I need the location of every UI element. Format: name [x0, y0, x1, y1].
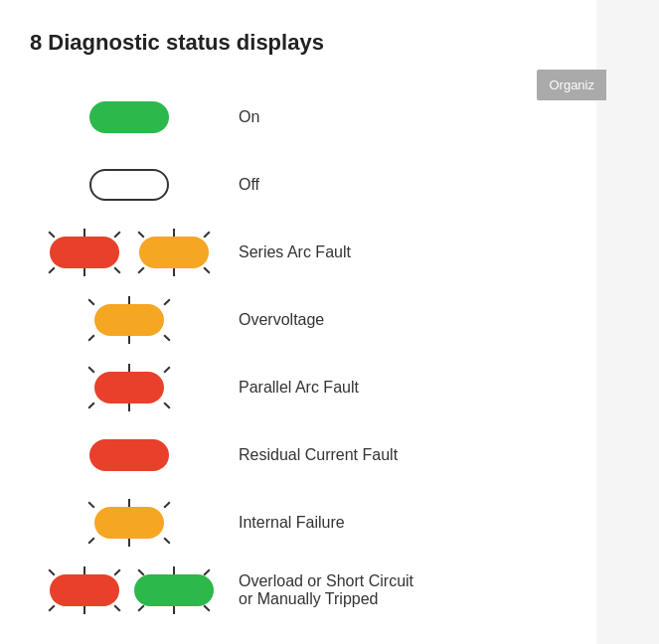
- indicator-internal: [30, 498, 229, 548]
- ray-bl: [87, 402, 94, 408]
- ray-tr: [113, 568, 120, 575]
- ray-top: [83, 566, 85, 574]
- label-internal: Internal Failure: [229, 514, 345, 532]
- ray-br: [203, 604, 210, 611]
- ray-tl: [48, 568, 55, 575]
- ray-br: [163, 334, 170, 341]
- flash-item-green-overload: [134, 565, 214, 615]
- label-series-arc: Series Arc Fault: [229, 243, 351, 261]
- ray-tl: [87, 366, 94, 373]
- ray-tr: [163, 366, 170, 373]
- flash-item-red-overload: [45, 565, 124, 615]
- label-overvoltage: Overvoltage: [229, 311, 324, 329]
- label-residual: Residual Current Fault: [229, 446, 398, 464]
- pill-outline-off: [89, 169, 169, 201]
- ray-bl: [48, 266, 55, 273]
- status-row-off: Off: [30, 151, 567, 219]
- organize-button[interactable]: Organiz: [537, 70, 606, 100]
- ray-br: [163, 537, 170, 544]
- flash-item-overvoltage: [84, 295, 174, 345]
- ray-bl: [48, 604, 55, 611]
- pill-red-residual: [89, 439, 169, 471]
- page-title: 8 Diagnostic status displays: [30, 30, 567, 56]
- label-parallel-arc: Parallel Arc Fault: [229, 379, 359, 397]
- ray-tl: [87, 298, 94, 305]
- indicator-overvoltage: [30, 295, 229, 345]
- indicator-overload: [30, 565, 229, 615]
- pill-red-overload: [50, 574, 119, 606]
- ray-top: [128, 296, 130, 304]
- ray-br: [113, 604, 120, 611]
- flash-item-orange: [134, 228, 214, 277]
- flash-item-red: [45, 228, 124, 277]
- status-row-series-arc: Series Arc Fault: [30, 219, 567, 286]
- ray-tr: [113, 231, 120, 238]
- status-row-overvoltage: Overvoltage: [30, 286, 567, 354]
- status-row-internal: Internal Failure: [30, 489, 567, 557]
- indicator-series-arc: [30, 228, 229, 277]
- pill-green-overload: [134, 574, 214, 606]
- ray-bottom: [173, 606, 175, 614]
- ray-br: [163, 402, 170, 408]
- label-on: On: [229, 108, 259, 126]
- pill-green-on: [89, 101, 169, 133]
- ray-bl: [137, 266, 144, 273]
- indicator-off: [30, 169, 229, 201]
- ray-br: [113, 266, 120, 273]
- flash-item-internal: [84, 498, 174, 548]
- ray-br: [203, 266, 210, 273]
- pill-orange-internal: [94, 507, 164, 539]
- ray-bottom: [128, 336, 130, 344]
- label-overload: Overload or Short Circuitor Manually Tri…: [229, 572, 413, 608]
- flash-item-parallel: [84, 363, 174, 412]
- ray-bottom: [83, 606, 85, 614]
- ray-bottom: [128, 403, 130, 411]
- flash-group-series-arc: [45, 228, 214, 277]
- flash-single-parallel: [84, 363, 174, 412]
- ray-top: [173, 229, 175, 237]
- ray-tl: [48, 231, 55, 238]
- ray-tr: [163, 501, 170, 508]
- pill-red-parallel: [94, 372, 164, 403]
- flash-group-overload: [45, 565, 214, 615]
- ray-bottom: [173, 268, 175, 276]
- ray-tr: [203, 231, 210, 238]
- pill-orange-series: [139, 237, 209, 268]
- flash-single-overvoltage: [84, 295, 174, 345]
- status-row-residual: Residual Current Fault: [30, 421, 567, 489]
- pill-red-series: [50, 237, 119, 268]
- status-row-on: On: [30, 83, 567, 151]
- ray-bottom: [128, 539, 130, 547]
- ray-bl: [87, 334, 94, 341]
- ray-tl: [87, 501, 94, 508]
- indicator-residual: [30, 439, 229, 471]
- status-list: On Off: [30, 83, 567, 624]
- status-row-parallel-arc: Parallel Arc Fault: [30, 354, 567, 421]
- pill-orange-overvoltage: [94, 304, 164, 336]
- ray-bl: [137, 604, 144, 611]
- ray-top: [128, 364, 130, 372]
- ray-tr: [163, 298, 170, 305]
- ray-top: [173, 566, 175, 574]
- label-off: Off: [229, 176, 259, 194]
- ray-top: [83, 229, 85, 237]
- ray-top: [128, 499, 130, 507]
- ray-bl: [87, 537, 94, 544]
- indicator-parallel-arc: [30, 363, 229, 412]
- indicator-on: [30, 101, 229, 133]
- status-row-overload: Overload or Short Circuitor Manually Tri…: [30, 557, 567, 624]
- ray-tl: [137, 231, 144, 238]
- flash-single-internal: [84, 498, 174, 548]
- ray-bottom: [83, 268, 85, 276]
